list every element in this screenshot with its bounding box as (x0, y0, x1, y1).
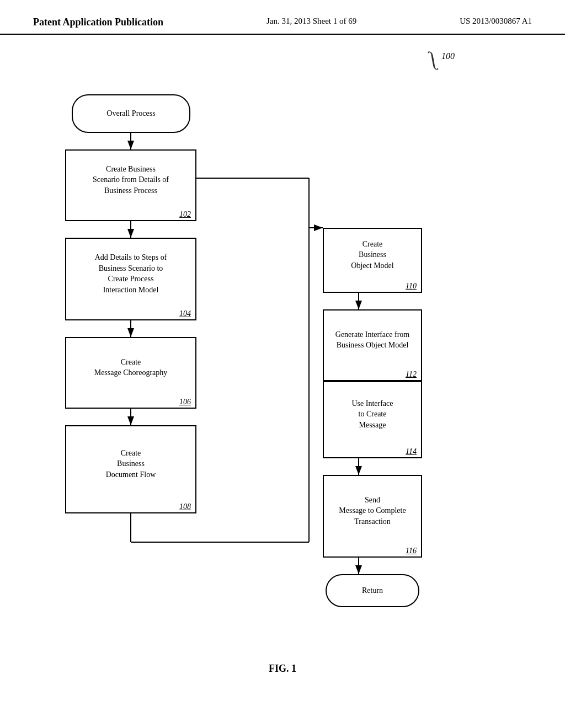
box-116-content: SendMessage to CompleteTransaction (333, 476, 411, 542)
box-102: Create BusinessScenario from Details ofB… (65, 149, 196, 221)
box-116: SendMessage to CompleteTransaction 116 (323, 475, 422, 558)
box-106-label: CreateMessage Choreography (94, 357, 168, 378)
box-104-number: 104 (179, 308, 195, 319)
diagram-area: ∫ 100 (0, 35, 565, 686)
publication-date: Jan. 31, 2013 Sheet 1 of 69 (266, 17, 356, 26)
box-104-content: Add Details to Steps ofBusiness Scenario… (89, 239, 173, 305)
box-110-content: CreateBusinessObject Model (345, 229, 399, 277)
box-116-number: 116 (406, 545, 421, 556)
overall-process-node: Overall Process (72, 94, 190, 133)
box-114-label: Use Interfaceto CreateMessage (351, 398, 393, 431)
box-112: Generate Interface fromBusiness Object M… (323, 309, 422, 381)
box-116-label: SendMessage to CompleteTransaction (339, 495, 406, 527)
box-106-number: 106 (179, 397, 195, 408)
box-112-label: Generate Interface fromBusiness Object M… (335, 329, 409, 351)
ref-brace: ∫ (428, 46, 438, 70)
return-label: Return (362, 585, 383, 596)
box-106: CreateMessage Choreography 106 (65, 337, 196, 409)
box-104: Add Details to Steps ofBusiness Scenario… (65, 238, 196, 320)
box-114-number: 114 (406, 446, 421, 457)
box-106-content: CreateMessage Choreography (89, 338, 173, 393)
box-108-number: 108 (179, 501, 195, 512)
overall-process-label: Overall Process (106, 108, 155, 119)
box-108-content: CreateBusinessDocument Flow (100, 426, 162, 498)
ref-number: 100 (441, 51, 455, 61)
box-102-number: 102 (179, 209, 195, 220)
patent-number: US 2013/0030867 A1 (460, 17, 532, 26)
box-108: CreateBusinessDocument Flow 108 (65, 425, 196, 513)
box-104-label: Add Details to Steps ofBusiness Scenario… (95, 252, 167, 295)
box-110-label: CreateBusinessObject Model (351, 239, 393, 271)
box-110-number: 110 (406, 281, 421, 292)
box-108-label: CreateBusinessDocument Flow (106, 448, 156, 480)
box-112-number: 112 (406, 369, 421, 380)
box-114: Use Interfaceto CreateMessage 114 (323, 381, 422, 458)
box-110: CreateBusinessObject Model 110 (323, 228, 422, 293)
box-102-label: Create BusinessScenario from Details ofB… (93, 164, 169, 196)
box-114-content: Use Interfaceto CreateMessage (346, 382, 398, 443)
page-header: Patent Application Publication Jan. 31, … (0, 0, 565, 35)
publication-label: Patent Application Publication (33, 17, 163, 28)
box-112-content: Generate Interface fromBusiness Object M… (330, 311, 415, 366)
return-node: Return (326, 574, 419, 607)
box-102-content: Create BusinessScenario from Details ofB… (87, 151, 174, 206)
figure-caption: FIG. 1 (269, 663, 296, 675)
